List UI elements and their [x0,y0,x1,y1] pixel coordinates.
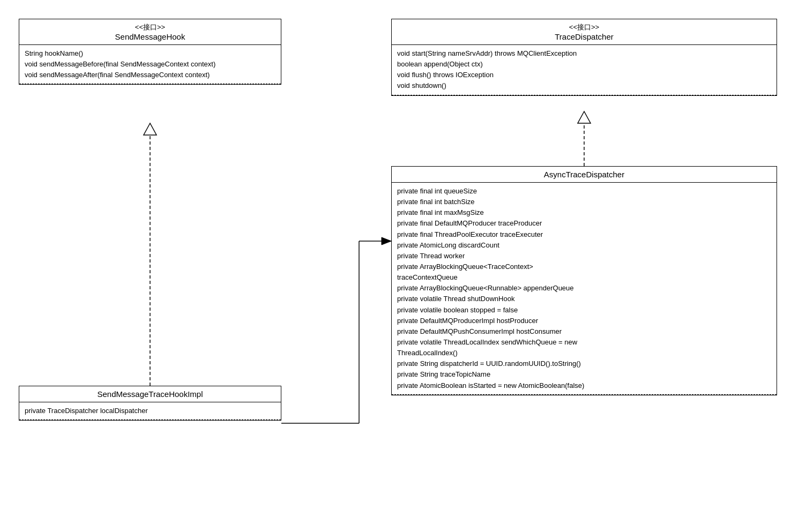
atd-field-5: private AtomicLong discardCount [397,240,771,251]
trace-dispatcher-body: void start(String nameSrvAddr) throws MQ… [392,45,777,95]
smthi-field-0: private TraceDispatcher localDispatcher [25,406,275,416]
svg-marker-4 [578,111,591,123]
atd-field-8: private ArrayBlockingQueue<Runnable> app… [397,283,771,294]
td-method-2: void flush() throws IOException [397,70,771,80]
atd-field-16: private AtomicBoolean isStarted = new At… [397,380,771,391]
send-message-trace-hook-impl-body: private TraceDispatcher localDispatcher [19,402,281,420]
atd-field-11: private DefaultMQProducerImpl hostProduc… [397,316,771,326]
async-trace-dispatcher-body: private final int queueSize private fina… [392,183,777,395]
method-0: String hookName() [25,48,275,59]
send-message-trace-hook-impl-header: SendMessageTraceHookImpl [19,386,281,402]
async-trace-dispatcher-header: AsyncTraceDispatcher [392,167,777,183]
atd-field-2: private final int maxMsgSize [397,207,771,218]
trace-dispatcher-header: <<接口>> TraceDispatcher [392,19,777,45]
atd-field-13b: ThreadLocalIndex() [397,348,771,358]
send-message-hook-box: <<接口>> SendMessageHook String hookName()… [19,19,281,85]
atd-field-13: private volatile ThreadLocalIndex sendWh… [397,337,771,348]
uml-diagram: <<接口>> SendMessageHook String hookName()… [11,11,793,520]
td-method-1: boolean append(Object ctx) [397,59,771,70]
atd-field-0: private final int queueSize [397,186,771,197]
send-message-hook-header: <<接口>> SendMessageHook [19,19,281,45]
send-message-hook-body: String hookName() void sendMessageBefore… [19,45,281,84]
atd-field-14: private String dispatcherId = UUID.rando… [397,358,771,369]
atd-field-15: private String traceTopicName [397,369,771,380]
send-message-trace-hook-impl-box: SendMessageTraceHookImpl private TraceDi… [19,386,281,421]
atd-field-12: private DefaultMQPushConsumerImpl hostCo… [397,326,771,337]
atd-field-9: private volatile Thread shutDownHook [397,294,771,304]
atd-field-6: private Thread worker [397,251,771,261]
send-message-trace-hook-impl-classname: SendMessageTraceHookImpl [25,389,275,399]
atd-field-4: private final ThreadPoolExecutor traceEx… [397,229,771,240]
async-trace-dispatcher-box: AsyncTraceDispatcher private final int q… [391,166,777,395]
atd-field-7b: traceContextQueue [397,272,771,283]
atd-field-10: private volatile boolean stopped = false [397,305,771,316]
atd-field-3: private final DefaultMQProducer tracePro… [397,218,771,229]
svg-marker-1 [144,123,156,135]
method-2: void sendMessageAfter(final SendMessageC… [25,70,275,80]
td-method-0: void start(String nameSrvAddr) throws MQ… [397,48,771,59]
td-method-3: void shutdown() [397,80,771,91]
atd-field-1: private final int batchSize [397,197,771,207]
async-trace-dispatcher-classname: AsyncTraceDispatcher [397,170,771,179]
send-message-hook-stereotype: <<接口>> [25,23,275,32]
svg-marker-8 [382,237,391,245]
method-1: void sendMessageBefore(final SendMessage… [25,59,275,70]
trace-dispatcher-stereotype: <<接口>> [397,23,771,32]
trace-dispatcher-classname: TraceDispatcher [397,32,771,41]
send-message-hook-classname: SendMessageHook [25,32,275,41]
trace-dispatcher-box: <<接口>> TraceDispatcher void start(String… [391,19,777,96]
atd-field-7: private ArrayBlockingQueue<TraceContext> [397,261,771,272]
